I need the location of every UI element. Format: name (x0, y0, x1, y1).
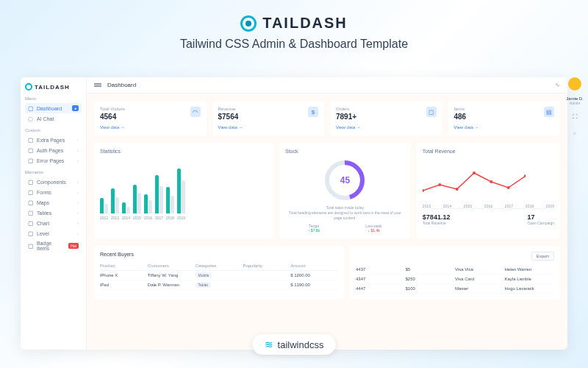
stat-card: Total Visitors 4564 ◠ View data → (94, 101, 207, 135)
nav-icon: ▢ (28, 179, 34, 185)
export-button[interactable]: Export (531, 252, 554, 261)
view-data-link[interactable]: View data → (218, 125, 319, 130)
view-data-link[interactable]: View data → (454, 125, 555, 130)
nav-icon: ▢ (28, 243, 34, 249)
stat-label: Total Visitors (100, 107, 201, 111)
table-row[interactable]: 4347$250Visa CardKayla Lambie (356, 275, 554, 284)
sidebar-logo[interactable]: TAILDASH (25, 83, 82, 91)
chevron-right-icon: › (77, 138, 79, 142)
svg-point-7 (507, 186, 510, 189)
chevron-right-icon: › (77, 231, 79, 236)
col-header: Customers (148, 263, 196, 268)
svg-point-3 (438, 183, 441, 186)
stat-value: 7891+ (336, 113, 437, 121)
stat-card: Revenue $7564 $ View data → (212, 101, 325, 135)
nav-icon: ▢ (28, 199, 34, 205)
sidebar-item-chart[interactable]: ▢Chart› (25, 218, 82, 228)
stat-label: Orders (336, 107, 437, 111)
table-row[interactable]: iPhone XTiffany W. YangMobile$ 1200.00 (100, 271, 338, 280)
sidebar-item-label: Components (37, 180, 66, 185)
col-header: Popularity (243, 263, 290, 268)
sidebar-section-head: Custom (25, 128, 82, 132)
sidebar-item-forms[interactable]: ▢Forms› (25, 187, 82, 197)
svg-point-6 (490, 180, 492, 183)
sidebar-item-label: Forms (37, 190, 51, 195)
topbar-chevron-icon[interactable]: ∿ (555, 82, 560, 88)
nav-icon: ▢ (28, 158, 34, 163)
view-data-link[interactable]: View data → (336, 125, 437, 130)
stat-value: 486 (454, 113, 555, 121)
sidebar-item-label: Level (37, 231, 49, 236)
sidebar-item-label: Chart (37, 221, 49, 226)
app-window: TAILDASH Menu▢Dashboard●◌AI ChatCustom▢E… (21, 77, 567, 350)
sidebar-item-badge-items[interactable]: ▢Badge ItemsHot (25, 238, 82, 253)
table-row[interactable]: 4447$100MasterHugo Lavarack (356, 284, 554, 294)
nav-icon: ▢ (28, 220, 34, 226)
brand-name: TAILDASH (262, 15, 348, 32)
table-row[interactable]: 4437$5Visa VisaHelen Warren (356, 265, 554, 275)
stat-icon: $ (308, 107, 318, 117)
menu-toggle-icon[interactable] (94, 83, 101, 87)
hero-subtitle: Tailwind CSS Admin & Dashboard Template (0, 38, 588, 51)
badge: ● (72, 105, 79, 111)
nav-icon: ▢ (28, 189, 34, 195)
svg-point-4 (456, 188, 459, 191)
sidebar-item-tables[interactable]: ▢Tables› (25, 208, 82, 218)
sidebar-item-maps[interactable]: ▢Maps› (25, 197, 82, 208)
tailwind-badge: ≋ tailwindcss (253, 334, 336, 355)
col-header: Categories (196, 263, 243, 268)
stat-label: Revenue (218, 107, 319, 111)
stock-chart: Stock 45 Total sales made todayTotal hea… (279, 143, 411, 238)
chevron-right-icon: › (77, 148, 79, 152)
expand-icon[interactable]: ⛶ (570, 111, 580, 121)
bar-chart (100, 158, 268, 213)
line-chart: 2013201420152016201720182019 (423, 158, 554, 202)
table-title: Recent Buyers (100, 252, 134, 257)
col-header: Amount (290, 263, 338, 268)
sidebar-item-extra-pages[interactable]: ▢Extra Pages› (25, 135, 82, 145)
table-row[interactable]: iPadDale P. WarmanTablet$ 1190.00 (100, 280, 338, 290)
nav-icon: ▢ (28, 137, 34, 143)
sidebar-item-label: Maps (37, 200, 49, 205)
topbar: Dashboard ∿ (87, 77, 567, 93)
search-icon[interactable]: ⌕ (570, 127, 580, 138)
sidebar-item-label: Dashboard (37, 106, 62, 111)
main-area: Dashboard ∿ Total Visitors 4564 ◠ View d… (87, 77, 567, 350)
chart-title: Stock (285, 149, 405, 154)
tailwind-text: tailwindcss (278, 339, 324, 350)
sidebar-section-head: Menu (25, 96, 82, 101)
sidebar-item-label: Auth Pages (37, 148, 63, 153)
svg-point-2 (423, 189, 424, 192)
avatar[interactable] (568, 77, 581, 91)
nav-icon: ▢ (28, 210, 34, 216)
sidebar-brand: TAILDASH (35, 84, 70, 91)
right-rail: Jamie D. Admin ⛶ ⌕ (566, 77, 584, 138)
chevron-right-icon: › (77, 221, 79, 225)
sidebar-item-label: Badge Items (37, 241, 65, 251)
stat-card: Items 486 ▤ View data → (448, 101, 561, 135)
sidebar-item-dashboard[interactable]: ▢Dashboard● (25, 103, 82, 113)
donut-caption: Total sales made todayTotal heading elem… (285, 205, 405, 221)
donut-value: 45 (340, 175, 350, 185)
stat-value: 4564 (100, 113, 201, 121)
sidebar-item-error-pages[interactable]: ▢Error Pages› (25, 155, 82, 166)
sidebar-item-level[interactable]: ▢Level› (25, 228, 82, 238)
breadcrumb: Dashboard (107, 82, 136, 88)
badge: Hot (68, 243, 79, 249)
target-icon (240, 15, 257, 32)
svg-point-5 (473, 171, 476, 174)
stat-value: $7564 (218, 113, 319, 121)
sidebar-item-components[interactable]: ▢Components› (25, 177, 82, 187)
nav-icon: ◌ (28, 116, 34, 121)
chevron-right-icon: › (77, 200, 79, 205)
sidebar-section-head: Elements (25, 170, 82, 174)
chevron-right-icon: › (77, 180, 79, 184)
sidebar-item-auth-pages[interactable]: ▢Auth Pages› (25, 145, 82, 155)
target-icon (25, 83, 32, 91)
chart-title: Total Revenue (423, 149, 554, 154)
chevron-right-icon: › (77, 158, 79, 163)
stat-icon: ◠ (190, 107, 201, 117)
nav-icon: ▢ (28, 105, 34, 111)
sidebar-item-ai-chat[interactable]: ◌AI Chat (25, 113, 82, 124)
view-data-link[interactable]: View data → (100, 125, 201, 130)
